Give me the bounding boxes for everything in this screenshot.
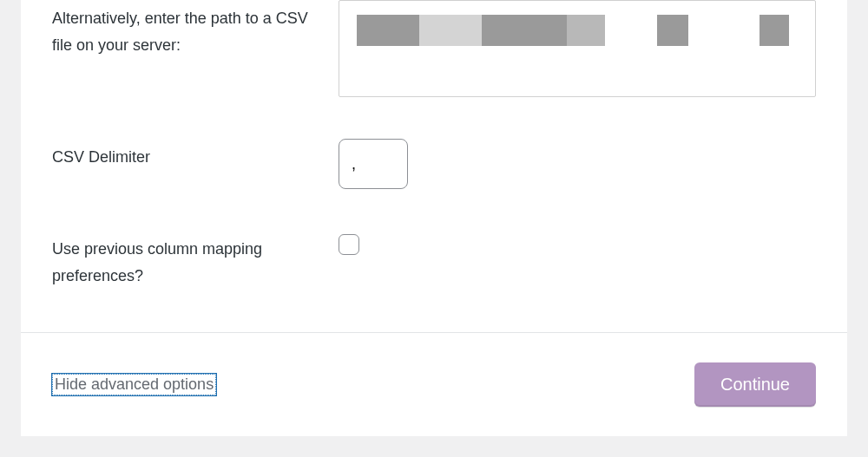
continue-button[interactable]: Continue [694, 362, 816, 407]
csv-path-input[interactable] [339, 0, 816, 97]
delimiter-label: CSV Delimiter [52, 139, 339, 171]
redacted-value [357, 15, 789, 46]
redact-block [760, 15, 789, 46]
form-body: Alternatively, enter the path to a CSV f… [21, 0, 847, 332]
delimiter-control [339, 139, 816, 189]
toggle-advanced-link[interactable]: Hide advanced options [52, 374, 216, 395]
row-delimiter: CSV Delimiter [52, 139, 816, 189]
row-csv-path: Alternatively, enter the path to a CSV f… [52, 0, 816, 97]
redact-gap [605, 15, 657, 46]
redact-block [482, 15, 567, 46]
redact-block [567, 15, 605, 46]
redact-gap [688, 15, 760, 46]
redact-block [357, 15, 419, 46]
mapping-checkbox[interactable] [339, 234, 359, 255]
redact-block [419, 15, 482, 46]
csv-path-control [339, 0, 816, 97]
panel-footer: Hide advanced options Continue [21, 332, 847, 436]
mapping-control [339, 231, 816, 258]
delimiter-input[interactable] [339, 139, 408, 189]
import-options-panel: Alternatively, enter the path to a CSV f… [21, 0, 847, 436]
row-mapping: Use previous column mapping preferences? [52, 231, 816, 289]
mapping-label: Use previous column mapping preferences? [52, 231, 339, 289]
redact-block [657, 15, 688, 46]
csv-path-label: Alternatively, enter the path to a CSV f… [52, 0, 339, 58]
